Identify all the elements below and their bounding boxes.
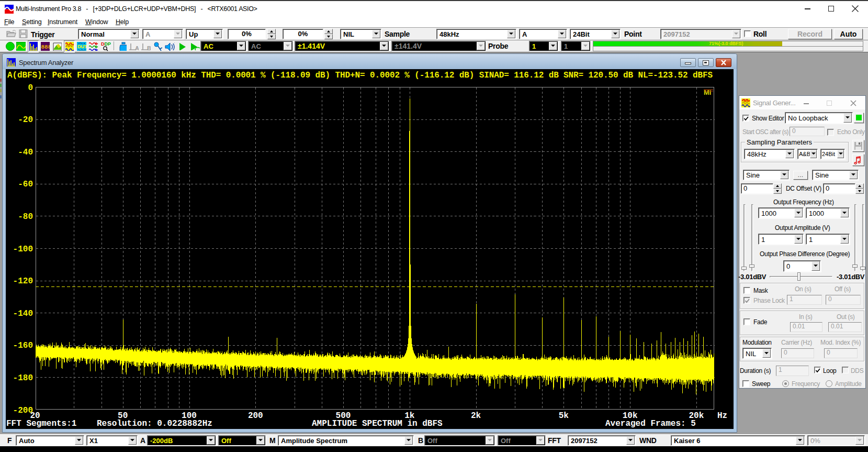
svg-text:-160: -160 (13, 341, 33, 350)
svg-text:-40: -40 (18, 148, 33, 157)
svg-text:FFT Segments:1: FFT Segments:1 (6, 419, 76, 428)
svg-text:5k: 5k (559, 411, 569, 421)
svg-text:200: 200 (248, 411, 263, 421)
svg-text:-20: -20 (18, 115, 33, 125)
svg-text:AMPLITUDE SPECTRUM in dBFS: AMPLITUDE SPECTRUM in dBFS (312, 419, 443, 428)
svg-text:Hz: Hz (717, 411, 727, 421)
svg-text:-60: -60 (18, 180, 33, 189)
svg-text:Resolution: 0.0228882Hz: Resolution: 0.0228882Hz (97, 419, 212, 428)
svg-text:888: 888 (41, 44, 50, 50)
svg-text:A(dBFS): Peak Frequency= 1.00: A(dBFS): Peak Frequency= 1.0000160 kHz T… (7, 71, 713, 80)
svg-text:-120: -120 (13, 277, 33, 286)
svg-text:-100: -100 (13, 245, 33, 254)
svg-text:DDP: DDP (101, 41, 111, 47)
svg-text:0: 0 (28, 83, 33, 93)
svg-text:-80: -80 (18, 212, 33, 222)
svg-text:Averaged Frames: 5: Averaged Frames: 5 (605, 419, 696, 428)
svg-text:A: A (135, 45, 139, 51)
svg-text:-140: -140 (13, 309, 33, 318)
svg-text:-180: -180 (13, 373, 33, 383)
svg-text:DUT: DUT (77, 44, 86, 49)
svg-text:B: B (147, 45, 151, 51)
svg-text:2k: 2k (471, 411, 481, 421)
